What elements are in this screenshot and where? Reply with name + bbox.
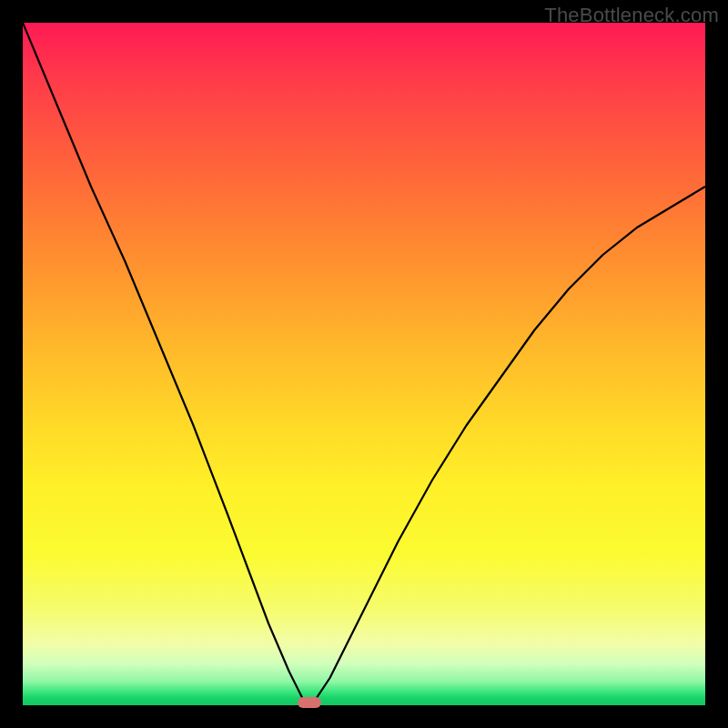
chart-frame [23,23,705,705]
watermark-text: TheBottleneck.com [544,4,719,27]
minimum-marker [298,697,321,708]
bottleneck-curve [23,23,705,705]
